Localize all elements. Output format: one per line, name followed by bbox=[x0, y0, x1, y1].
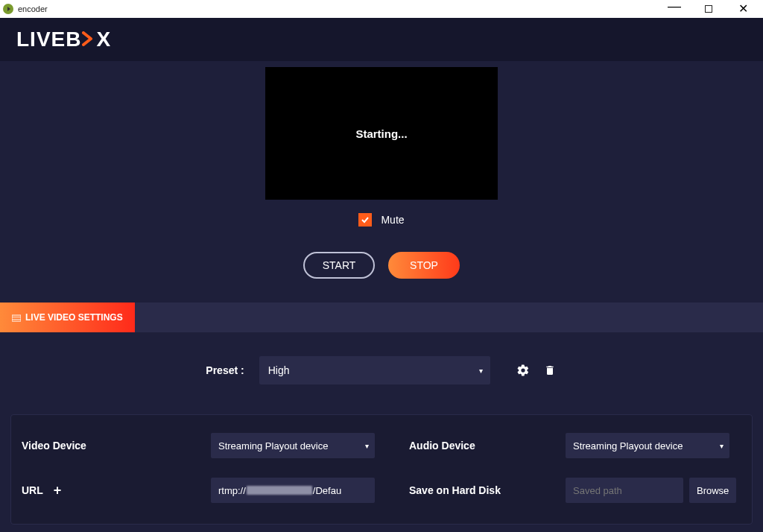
save-disk-label: Save on Hard Disk bbox=[409, 484, 566, 496]
brand-text-2: X bbox=[96, 28, 111, 51]
minimize-button[interactable]: — bbox=[657, 0, 691, 18]
gear-icon[interactable] bbox=[516, 363, 531, 378]
preview-status: Starting... bbox=[355, 127, 407, 140]
window-titlebar: encoder — ✕ bbox=[0, 0, 763, 18]
url-label-text: URL bbox=[22, 484, 43, 496]
save-path-input[interactable] bbox=[566, 478, 683, 503]
url-input[interactable]: rtmp:// /Defau bbox=[211, 478, 375, 503]
stop-button[interactable]: STOP bbox=[388, 252, 460, 279]
video-device-label: Video Device bbox=[22, 440, 211, 452]
tab-bar: LIVE VIDEO SETTINGS bbox=[0, 303, 763, 332]
mute-label: Mute bbox=[381, 214, 404, 226]
mute-checkbox[interactable] bbox=[358, 213, 372, 227]
video-device-select[interactable]: Streaming Playout device bbox=[211, 433, 375, 458]
settings-film-icon bbox=[12, 314, 21, 321]
url-label: URL + bbox=[22, 483, 211, 498]
url-suffix: /Defau bbox=[313, 485, 341, 496]
brand-bar: LIVEB X bbox=[0, 18, 763, 61]
brand-chevron-icon bbox=[82, 28, 95, 51]
maximize-button[interactable] bbox=[691, 0, 726, 18]
tab-live-video-settings[interactable]: LIVE VIDEO SETTINGS bbox=[0, 303, 135, 332]
browse-button[interactable]: Browse bbox=[689, 478, 736, 503]
url-redacted bbox=[247, 486, 312, 495]
url-prefix: rtmp:// bbox=[218, 485, 246, 496]
audio-device-label: Audio Device bbox=[409, 440, 566, 452]
audio-device-select[interactable]: Streaming Playout device bbox=[566, 433, 729, 458]
preset-label: Preset : bbox=[206, 364, 244, 376]
settings-panel: Video Device Streaming Playout device Au… bbox=[10, 414, 753, 525]
video-preview: Starting... bbox=[265, 67, 498, 200]
trash-icon[interactable] bbox=[542, 363, 557, 378]
brand-logo: LIVEB X bbox=[16, 28, 111, 51]
tab-label: LIVE VIDEO SETTINGS bbox=[25, 312, 123, 323]
preset-select[interactable]: High bbox=[259, 356, 490, 384]
window-title: encoder bbox=[18, 4, 48, 13]
brand-text-1: LIVEB bbox=[16, 28, 81, 51]
start-button[interactable]: START bbox=[303, 252, 375, 279]
app-icon bbox=[3, 4, 13, 14]
add-url-icon[interactable]: + bbox=[54, 483, 62, 498]
svg-rect-0 bbox=[12, 315, 21, 321]
close-button[interactable]: ✕ bbox=[726, 0, 760, 18]
